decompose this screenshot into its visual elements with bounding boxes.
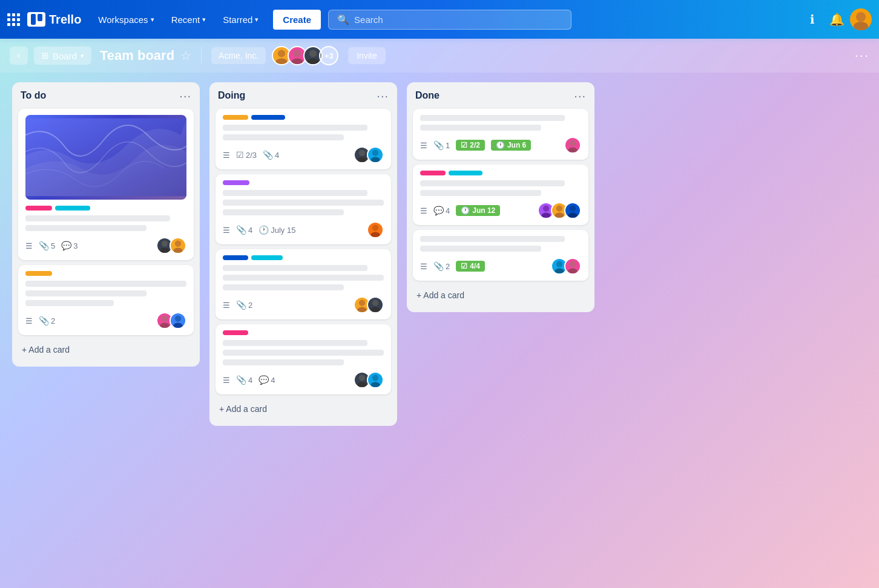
column-done-menu[interactable]: ··· xyxy=(574,90,586,102)
desc-icon: ☰ xyxy=(223,376,230,385)
desc-icon: ☰ xyxy=(420,262,427,271)
add-card-todo[interactable]: + Add a card xyxy=(18,340,194,359)
card-text xyxy=(223,275,384,281)
card-doing-3[interactable]: ☰ 📎2 xyxy=(216,249,391,319)
recent-menu[interactable]: Recent ▾ xyxy=(164,11,214,28)
card-doing-2[interactable]: ☰ 📎4 🕐July 15 xyxy=(216,174,391,244)
svg-point-6 xyxy=(309,50,317,57)
desc-icon: ☰ xyxy=(25,316,33,325)
sidebar-toggle[interactable]: ‹ xyxy=(10,47,28,65)
svg-point-3 xyxy=(276,58,288,65)
attachments: 📎2 xyxy=(236,300,252,310)
card-todo-2[interactable]: ☰ 📎2 xyxy=(18,265,194,335)
card-members xyxy=(538,202,581,219)
card-footer: ☰ 📎2 ☑4/4 xyxy=(420,258,581,275)
svg-point-7 xyxy=(308,58,319,65)
svg-point-42 xyxy=(568,268,577,274)
card-member xyxy=(564,137,581,154)
desc-icon: ☰ xyxy=(420,206,427,215)
card-text xyxy=(420,236,565,242)
card-todo-1[interactable]: ☰ 📎5 💬3 xyxy=(18,109,194,260)
invite-button[interactable]: Invite xyxy=(348,47,385,64)
svg-point-2 xyxy=(278,50,285,57)
card-done-2[interactable]: ☰ 💬4 🕐Jun 12 xyxy=(413,165,588,225)
card-labels xyxy=(420,171,581,175)
board-header: ‹ ⊞ Board ▾ Team board ☆ Acme, Inc. +3 I… xyxy=(0,39,879,73)
grid-icon[interactable] xyxy=(7,13,20,26)
svg-point-23 xyxy=(359,299,365,305)
add-card-doing[interactable]: + Add a card xyxy=(216,399,391,419)
card-text xyxy=(223,125,367,131)
card-done-1[interactable]: ☰ 📎1 ☑2/2 🕐Jun 6 xyxy=(413,109,588,160)
svg-point-13 xyxy=(162,315,168,321)
card-members xyxy=(564,137,581,154)
svg-point-16 xyxy=(173,322,182,328)
card-cover xyxy=(25,115,186,200)
board-view-icon: ⊞ xyxy=(41,50,49,61)
card-footer: ☰ 💬4 🕐Jun 12 xyxy=(420,202,581,219)
label-teal xyxy=(251,255,283,260)
create-button[interactable]: Create xyxy=(273,10,321,30)
column-done: Done ··· ☰ 📎1 ☑2/2 🕐Jun 6 xyxy=(407,82,594,312)
svg-point-9 xyxy=(162,240,168,246)
comments: 💬3 xyxy=(61,241,77,250)
column-doing-menu[interactable]: ··· xyxy=(377,90,389,102)
workspace-tag[interactable]: Acme, Inc. xyxy=(211,47,266,64)
column-done-title: Done xyxy=(415,90,440,101)
star-button[interactable]: ☆ xyxy=(180,48,191,63)
svg-point-35 xyxy=(556,205,562,211)
card-members xyxy=(156,312,186,329)
notifications-icon[interactable]: 🔔 xyxy=(826,8,848,30)
column-todo: To do ··· xyxy=(12,82,200,367)
column-doing-title: Doing xyxy=(218,90,245,101)
board-view-button[interactable]: ⊞ Board ▾ xyxy=(34,47,91,65)
add-card-done[interactable]: + Add a card xyxy=(413,286,588,305)
search-box[interactable]: 🔍 xyxy=(328,10,571,30)
card-done-3[interactable]: ☰ 📎2 ☑4/4 xyxy=(413,230,588,281)
desc-icon: ☰ xyxy=(25,241,33,250)
card-text xyxy=(223,350,384,356)
card-footer: ☰ 📎2 xyxy=(25,312,186,329)
card-doing-4[interactable]: ☰ 📎4 💬4 xyxy=(216,324,391,394)
navbar: Trello Workspaces ▾ Recent ▾ Starred ▾ C… xyxy=(0,0,879,39)
label-pink xyxy=(25,206,52,211)
card-footer: ☰ ☑2/3 📎4 xyxy=(223,146,384,163)
card-text xyxy=(420,190,541,196)
card-member xyxy=(367,371,384,388)
member-avatars: +3 xyxy=(272,46,338,65)
attachments: 📎2 xyxy=(433,261,450,271)
svg-point-25 xyxy=(372,299,378,305)
more-options-button[interactable]: ··· xyxy=(855,48,869,64)
svg-point-38 xyxy=(568,212,577,218)
card-doing-1[interactable]: ☰ ☑2/3 📎4 xyxy=(216,109,391,169)
desc-icon: ☰ xyxy=(223,301,230,310)
label-pink xyxy=(420,171,446,175)
checklist-badge: ☑4/4 xyxy=(456,261,485,272)
svg-point-1 xyxy=(854,22,868,30)
user-avatar[interactable] xyxy=(850,8,872,30)
checklist: ☑2/3 xyxy=(236,150,257,160)
info-icon[interactable]: ℹ xyxy=(802,8,823,30)
due-badge: 🕐Jun 6 xyxy=(491,140,531,151)
label-purple xyxy=(223,180,249,185)
starred-menu[interactable]: Starred ▾ xyxy=(216,11,266,28)
extra-members-badge[interactable]: +3 xyxy=(319,46,338,65)
svg-point-34 xyxy=(541,212,550,218)
column-todo-menu[interactable]: ··· xyxy=(179,90,191,102)
card-labels xyxy=(223,115,384,120)
svg-point-22 xyxy=(370,232,380,238)
card-text xyxy=(223,340,367,346)
card-labels xyxy=(223,255,384,260)
svg-point-24 xyxy=(357,307,366,313)
svg-point-10 xyxy=(160,247,169,253)
workspaces-menu[interactable]: Workspaces ▾ xyxy=(91,11,161,28)
attachments: 📎2 xyxy=(39,316,55,325)
card-text xyxy=(223,134,344,140)
card-members xyxy=(156,237,186,254)
card-member xyxy=(367,146,384,163)
search-input[interactable] xyxy=(354,15,562,25)
trello-logo[interactable]: Trello xyxy=(27,12,81,27)
column-doing: Doing ··· ☰ ☑2/3 📎4 xyxy=(209,82,397,426)
label-teal xyxy=(55,206,90,211)
label-blue xyxy=(223,255,248,260)
